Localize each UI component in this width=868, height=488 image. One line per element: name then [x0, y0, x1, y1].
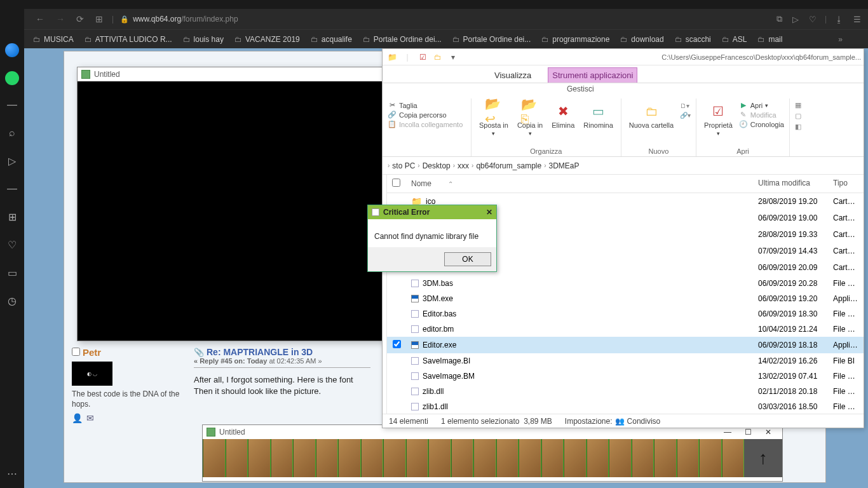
texture-tile	[587, 439, 609, 477]
bookmarks-overflow-icon[interactable]: »	[838, 35, 843, 44]
folder-qat-icon[interactable]: 📁	[385, 51, 399, 64]
column-headers[interactable]: Nome⌃ Ultima modifica Tipo	[387, 175, 864, 193]
file-row[interactable]: SaveImage.BM13/02/2019 07.41File BM	[387, 369, 864, 384]
invert-selection-icon[interactable]: ◧	[795, 123, 801, 131]
tab-view[interactable]: Visualizza	[491, 68, 535, 83]
tab-manage[interactable]: Gestisci	[567, 85, 594, 93]
file-type: Cartella	[828, 228, 864, 241]
start-page-button[interactable]: ⊞	[93, 11, 105, 27]
copy-to-button[interactable]: 📂⎘Copia in▾	[515, 101, 545, 138]
easy-access-icon[interactable]: 🔗▾	[680, 112, 691, 119]
cut-button[interactable]: ✂Taglia	[388, 101, 466, 109]
edit-button[interactable]: ✎Modifica	[739, 111, 784, 119]
properties-qat-icon[interactable]: ☑	[416, 51, 430, 64]
ribbon-group-organize: Organizza	[477, 146, 616, 155]
texture-tile	[699, 439, 722, 477]
breadcrumb[interactable]: ›sto PC›Desktop›xxx›qb64forum_sample›3DM…	[383, 157, 864, 175]
bookmark-icon[interactable]: ♡	[807, 13, 818, 26]
app-icon	[81, 70, 90, 79]
delete-button[interactable]: ✖Elimina	[549, 101, 577, 130]
texture-tile	[428, 439, 451, 477]
open-button[interactable]: ▶Apri ▾	[739, 101, 784, 109]
dialog-icon	[372, 208, 379, 216]
bookmark-item[interactable]: 🗀mail	[752, 32, 787, 46]
minimize-button[interactable]: —	[717, 428, 738, 437]
file-modified: 06/09/2019 20.09	[753, 261, 828, 274]
bookmark-item[interactable]: 🗀ASL	[717, 32, 752, 46]
bookmark-item[interactable]: 🗀ATTIVITA LUDICO R...	[79, 32, 177, 46]
properties-button[interactable]: ☑Proprietà▾	[702, 101, 735, 138]
bookmark-item[interactable]: 🗀programmazione	[536, 32, 614, 46]
speed-dial-icon[interactable]: ⊞	[5, 211, 19, 225]
messenger-icon[interactable]	[5, 43, 19, 57]
forward-button[interactable]: →	[53, 11, 67, 27]
up-arrow-tile[interactable]: ↑	[744, 439, 782, 477]
chevron-right-icon: ›	[471, 162, 473, 169]
select-all-checkbox[interactable]	[392, 179, 400, 187]
bookmark-item[interactable]: 🗀VACANZE 2019	[229, 32, 305, 46]
file-row[interactable]: editor.bm10/04/2019 21.24File BM	[387, 322, 864, 337]
rename-button[interactable]: ▭Rinomina	[581, 101, 615, 130]
more-icon[interactable]: ⋯	[5, 468, 19, 482]
select-none-icon[interactable]: ▢	[795, 112, 801, 120]
file-row[interactable]: 3DM.bas06/09/2019 20.28File BAS	[387, 276, 864, 291]
heart-icon[interactable]: ♡	[5, 239, 19, 253]
send-icon[interactable]: ▷	[790, 13, 801, 26]
whatsapp-icon[interactable]	[5, 71, 19, 85]
file-row[interactable]: zlib.dll02/11/2018 20.18File DLL	[387, 384, 864, 399]
paste-shortcut-button[interactable]: 📋Incolla collegamento	[388, 120, 466, 128]
message-icon[interactable]: ✉	[86, 413, 94, 423]
ribbon-subtab: Gestisci	[383, 83, 864, 98]
exe-icon	[411, 341, 419, 349]
new-item-icon[interactable]: 🗋▾	[680, 102, 691, 109]
snapshot-icon[interactable]: ⧉	[775, 12, 784, 26]
breadcrumb-segment[interactable]: qb64forum_sample	[476, 161, 541, 170]
error-titlebar[interactable]: Critical Error ✕	[368, 205, 496, 219]
file-row[interactable]: zlib1.dll03/03/2016 18.50File DLL	[387, 399, 864, 414]
file-row[interactable]: SaveImage.BI14/02/2019 16.26File BI	[387, 353, 864, 369]
row-checkbox[interactable]	[393, 340, 401, 348]
easy-setup-icon[interactable]: ☰	[851, 13, 863, 26]
search-icon[interactable]: ⌕	[5, 127, 19, 141]
bookmark-item[interactable]: 🗀louis hay	[178, 32, 229, 46]
history-button[interactable]: 🕘Cronologia	[739, 120, 784, 128]
reload-button[interactable]: ⟳	[74, 11, 86, 27]
breadcrumb-segment[interactable]: xxx	[458, 161, 469, 170]
close-button[interactable]: ✕	[758, 428, 778, 437]
copy-path-button[interactable]: 🔗Copia percorso	[388, 111, 466, 119]
back-button[interactable]: ←	[33, 11, 47, 27]
tab-app-tools[interactable]: Strumenti applicazioni	[548, 67, 637, 83]
bookmark-item[interactable]: 🗀Portale Ordine dei...	[447, 32, 536, 46]
history-icon[interactable]: ◷	[5, 295, 19, 309]
play-icon[interactable]: ▷	[5, 155, 19, 169]
qat-dropdown-icon[interactable]: ▾	[446, 51, 460, 64]
maximize-button[interactable]: ☐	[738, 428, 758, 437]
profile-icon[interactable]: 👤	[72, 413, 83, 423]
bookmark-item[interactable]: 🗀scacchi	[670, 32, 716, 46]
news-icon[interactable]: ▭	[5, 267, 19, 281]
address-bar[interactable]: 🔒 www.qb64.org/forum/index.php	[120, 15, 238, 24]
downloads-icon[interactable]: ⭳	[833, 13, 845, 26]
file-row[interactable]: Editor.bas06/09/2019 18.30File BAS	[387, 306, 864, 322]
move-to-button[interactable]: 📂↩Sposta in▾	[477, 101, 511, 138]
post-title[interactable]: Re: MAPTRIANGLE in 3D	[207, 347, 313, 357]
new-folder-qat-icon[interactable]: 🗀	[431, 51, 445, 64]
file-row[interactable]: 3DM.exe06/09/2019 19.20Applicaz	[387, 291, 864, 306]
select-all-icon[interactable]: ▦	[795, 101, 801, 109]
texture-tile	[677, 439, 700, 477]
bookmark-item[interactable]: 🗀Portale Ordine dei...	[358, 32, 447, 46]
bookmark-item[interactable]: 🗀download	[615, 32, 668, 46]
texture-tile	[451, 439, 474, 477]
breadcrumb-segment[interactable]: sto PC	[392, 161, 415, 170]
new-folder-button[interactable]: 🗀Nuova cartella	[627, 101, 676, 130]
close-icon[interactable]: ✕	[486, 208, 492, 217]
ok-button[interactable]: OK	[444, 252, 491, 266]
file-name: zlib.dll	[423, 387, 444, 396]
bookmark-item[interactable]: 🗀MUSICA	[28, 32, 79, 46]
breadcrumb-segment[interactable]: 3DMEaP	[549, 161, 580, 170]
breadcrumb-segment[interactable]: Desktop	[423, 161, 451, 170]
file-row[interactable]: Editor.exe06/09/2019 18.18Applicaz	[387, 337, 864, 353]
poster-checkbox[interactable]	[72, 348, 80, 356]
state-label: Impostazione:	[565, 417, 613, 426]
bookmark-item[interactable]: 🗀acqualife	[306, 32, 357, 46]
